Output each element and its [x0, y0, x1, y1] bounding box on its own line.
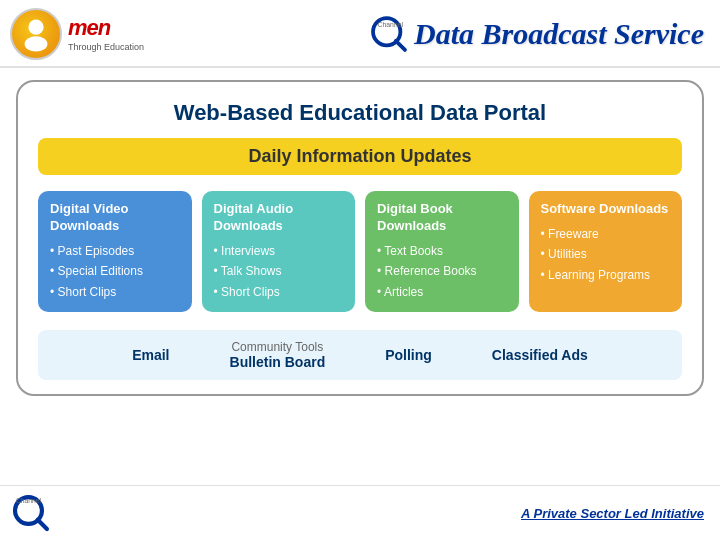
community-bulletin: Bulletin Board	[230, 354, 326, 370]
logo-area: men Through Education	[10, 8, 144, 60]
community-polling: Polling	[385, 347, 432, 363]
community-tools-row: Email Community Tools Bulletin Board Pol…	[38, 330, 682, 380]
logo-brand: men	[68, 14, 144, 43]
card-digital-video-list: Past Episodes Special Editions Short Cli…	[50, 241, 180, 302]
svg-text:Channel: Channel	[378, 21, 404, 28]
footer-q-logo: Channel	[10, 492, 52, 534]
card-digital-book: Digital Book Downloads Text Books Refere…	[365, 191, 519, 312]
svg-point-1	[25, 36, 48, 51]
community-classified: Classified Ads	[492, 347, 588, 363]
logo-sub: Through Education	[68, 42, 144, 54]
logo-circle	[10, 8, 62, 60]
list-item: Past Episodes	[50, 241, 180, 261]
card-digital-video-title: Digital Video Downloads	[50, 201, 180, 235]
list-item: Utilities	[541, 244, 671, 264]
svg-line-6	[38, 520, 47, 529]
list-item: Short Clips	[50, 282, 180, 302]
svg-text:Channel: Channel	[16, 497, 42, 504]
header-title: Data Broadcast Service	[414, 17, 704, 51]
list-item: Reference Books	[377, 261, 507, 281]
card-digital-book-list: Text Books Reference Books Articles	[377, 241, 507, 302]
footer-tagline: A Private Sector Led Initiative	[521, 506, 704, 521]
daily-info-bar: Daily Information Updates	[38, 138, 682, 175]
logo-text-block: men Through Education	[68, 14, 144, 54]
card-digital-book-title: Digital Book Downloads	[377, 201, 507, 235]
header: men Through Education Channel Data Broad…	[0, 0, 720, 68]
card-digital-video: Digital Video Downloads Past Episodes Sp…	[38, 191, 192, 312]
card-digital-audio: Digital Audio Downloads Interviews Talk …	[202, 191, 356, 312]
footer: Channel A Private Sector Led Initiative	[0, 485, 720, 540]
cards-row: Digital Video Downloads Past Episodes Sp…	[38, 191, 682, 312]
list-item: Freeware	[541, 224, 671, 244]
list-item: Learning Programs	[541, 265, 671, 285]
card-software-title: Software Downloads	[541, 201, 671, 218]
list-item: Talk Shows	[214, 261, 344, 281]
list-item: Articles	[377, 282, 507, 302]
card-digital-audio-list: Interviews Talk Shows Short Clips	[214, 241, 344, 302]
card-software: Software Downloads Freeware Utilities Le…	[529, 191, 683, 312]
list-item: Short Clips	[214, 282, 344, 302]
svg-line-3	[396, 41, 405, 50]
q-channel-logo: Channel	[370, 15, 408, 53]
community-label: Community Tools	[230, 340, 326, 354]
community-email: Email	[132, 347, 169, 363]
svg-point-0	[28, 20, 43, 35]
card-software-list: Freeware Utilities Learning Programs	[541, 224, 671, 285]
page-title: Web-Based Educational Data Portal	[38, 100, 682, 126]
list-item: Text Books	[377, 241, 507, 261]
list-item: Special Editions	[50, 261, 180, 281]
title-area: Channel Data Broadcast Service	[370, 15, 704, 53]
list-item: Interviews	[214, 241, 344, 261]
main-container: Web-Based Educational Data Portal Daily …	[16, 80, 704, 396]
card-digital-audio-title: Digital Audio Downloads	[214, 201, 344, 235]
community-center: Community Tools Bulletin Board	[230, 340, 326, 370]
